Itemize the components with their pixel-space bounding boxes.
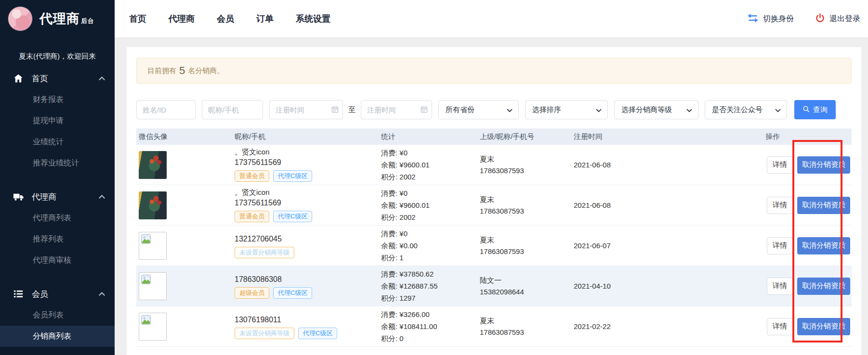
sidebar-item-agent-review[interactable]: 代理商审核 <box>0 250 115 271</box>
sidebar-item-referral-performance-stats[interactable]: 推荐业绩统计 <box>0 152 115 174</box>
avatar-cell <box>136 151 235 179</box>
detail-button[interactable]: 详情 <box>767 278 793 295</box>
level-badge: 普通会员 <box>235 170 269 182</box>
sidebar-item-finance-report[interactable]: 财务报表 <box>0 89 115 110</box>
member-phone: 17375611569 <box>235 199 381 207</box>
sidebar-section-home-header[interactable]: 首页 <box>0 68 115 89</box>
stats-cell: 消费: ¥0 余额: ¥9600.01 积分: 2002 <box>381 147 480 183</box>
actions-cell: 详情 取消分销资质 <box>765 156 852 174</box>
cancel-distribution-button[interactable]: 取消分销资质 <box>797 156 850 174</box>
balance-stat: 余额: ¥9600.01 <box>381 159 480 171</box>
chevron-up-icon <box>99 195 105 201</box>
content-area: 目前拥有 5 名分销商。 至 <box>115 38 868 355</box>
sidebar-item-performance-stats[interactable]: 业绩统计 <box>0 131 115 152</box>
balance-stat: 余额: ¥9600.01 <box>381 199 480 211</box>
consume-stat: 消费: ¥0 <box>381 228 480 240</box>
consume-stat: 消费: ¥0 <box>381 187 480 199</box>
sort-select[interactable]: 选择排序 <box>525 100 608 119</box>
sidebar-item-distributor-list[interactable]: 分销商列表 <box>0 326 115 347</box>
reg-date-cell: 2021-02-22 <box>574 322 765 330</box>
sidebar-section-agent-header[interactable]: 代理商 <box>0 186 115 207</box>
topnav-system-settings[interactable]: 系统设置 <box>296 13 330 25</box>
detail-button[interactable]: 详情 <box>767 197 793 214</box>
detail-button[interactable]: 详情 <box>767 237 793 254</box>
parent-phone: 15382098644 <box>480 286 574 298</box>
level-badge: 代理C级区 <box>273 211 312 222</box>
sidebar-section-member-header[interactable]: 会员 <box>0 283 115 304</box>
column-header-parent: 上级/昵称/手机号 <box>480 132 574 141</box>
balance-stat: 余额: ¥126887.55 <box>381 280 480 292</box>
top-navigation: 首页 代理商 会员 订单 系统设置 <box>129 13 330 25</box>
official-account-select-value: 是否关注公众号 <box>712 105 763 114</box>
cancel-distribution-button[interactable]: 取消分销资质 <box>797 197 850 214</box>
nickname-cell: 。贤文icon 17375611569 普通会员代理C级区 <box>235 188 381 222</box>
member-phone: 13076198011 <box>235 316 381 324</box>
points-stat: 积分: 1 <box>381 252 480 264</box>
reg-time-end-input[interactable] <box>361 100 432 119</box>
consume-stat: 消费: ¥0 <box>381 147 480 159</box>
swap-icon <box>747 13 759 25</box>
topnav-member[interactable]: 会员 <box>217 13 234 25</box>
parent-cell: 夏末 17863087593 <box>480 194 574 217</box>
search-icon <box>802 105 810 114</box>
notice-bar: 目前拥有 5 名分销商。 <box>136 58 852 84</box>
badge-list: 普通会员代理C级区 <box>235 211 381 222</box>
brand-name: 代理商 <box>39 12 80 26</box>
search-button-label: 查询 <box>813 105 828 114</box>
table-row: 。贤文icon 17375611569 普通会员代理C级区 消费: ¥0 余额:… <box>136 145 852 185</box>
nickname-phone-input[interactable] <box>202 100 263 119</box>
logout-button[interactable]: 退出登录 <box>815 13 860 25</box>
nickname-cell: 。贤文icon 17375611569 普通会员代理C级区 <box>235 148 381 182</box>
logout-label: 退出登录 <box>829 14 860 24</box>
sidebar-item-agent-list[interactable]: 代理商列表 <box>0 207 115 228</box>
table-row: 13212706045 未设置分销商等级 消费: ¥0 余额: ¥0.00 积分… <box>136 226 852 266</box>
column-header-avatar: 微信头像 <box>136 132 235 141</box>
column-header-reg-time: 注册时间 <box>574 132 765 141</box>
main-column: 首页 代理商 会员 订单 系统设置 切换身份 退出登录 <box>115 0 868 355</box>
parent-name: 陆文一 <box>480 275 574 286</box>
detail-button[interactable]: 详情 <box>767 318 793 335</box>
member-nickname: 。贤文icon <box>235 188 381 197</box>
brand-suffix: 后台 <box>81 17 94 25</box>
topnav-agent[interactable]: 代理商 <box>169 13 195 25</box>
cancel-distribution-button[interactable]: 取消分销资质 <box>797 318 850 335</box>
search-button[interactable]: 查询 <box>794 100 836 119</box>
stats-cell: 消费: ¥37850.62 余额: ¥126887.55 积分: 1297 <box>381 268 480 304</box>
level-badge: 普通会员 <box>235 211 269 222</box>
official-account-select[interactable]: 是否关注公众号 <box>705 100 787 119</box>
sidebar-item-withdraw-apply[interactable]: 提现申请 <box>0 110 115 131</box>
actions-cell: 详情 取消分销资质 <box>765 278 852 295</box>
parent-phone: 17863087593 <box>480 246 574 257</box>
distributor-table: 微信头像 昵称/手机 统计 上级/昵称/手机号 注册时间 操作 。贤文icon … <box>136 128 852 347</box>
province-select[interactable]: 所有省份 <box>438 100 519 119</box>
points-stat: 积分: 2002 <box>381 211 480 223</box>
detail-button[interactable]: 详情 <box>767 156 793 174</box>
topbar: 首页 代理商 会员 订单 系统设置 切换身份 退出登录 <box>115 0 868 38</box>
nickname-cell: 17863086308 超级会员代理C级区 <box>235 274 381 299</box>
balance-stat: 余额: ¥0.00 <box>381 240 480 252</box>
points-stat: 积分: 0 <box>381 332 480 344</box>
switch-identity-button[interactable]: 切换身份 <box>747 13 794 25</box>
parent-name: 夏末 <box>480 315 574 327</box>
name-id-input[interactable] <box>136 100 196 119</box>
consume-stat: 消费: ¥37850.62 <box>381 268 480 280</box>
table-header-row: 微信头像 昵称/手机 统计 上级/昵称/手机号 注册时间 操作 <box>136 128 852 145</box>
table-body: 。贤文icon 17375611569 普通会员代理C级区 消费: ¥0 余额:… <box>136 145 852 347</box>
sidebar-item-member-list[interactable]: 会员列表 <box>0 304 115 326</box>
switch-identity-label: 切换身份 <box>763 14 794 24</box>
chevron-up-icon <box>99 76 105 83</box>
sidebar-section-label: 首页 <box>32 73 48 84</box>
level-badge: 超级会员 <box>235 287 269 299</box>
avatar-cell <box>136 313 235 341</box>
cancel-distribution-button[interactable]: 取消分销资质 <box>797 237 850 254</box>
distributor-level-select[interactable]: 选择分销商等级 <box>614 100 698 119</box>
reg-date-cell: 2021-04-10 <box>574 282 765 290</box>
sidebar-item-referral-list[interactable]: 推荐列表 <box>0 228 115 250</box>
nickname-cell: 13212706045 未设置分销商等级 <box>235 233 381 258</box>
column-header-actions: 操作 <box>765 132 852 141</box>
reg-time-start-input[interactable] <box>269 100 343 119</box>
cancel-distribution-button[interactable]: 取消分销资质 <box>797 278 850 295</box>
topnav-home[interactable]: 首页 <box>129 13 146 25</box>
level-badge: 未设置分销商等级 <box>235 328 294 339</box>
topnav-order[interactable]: 订单 <box>256 13 274 25</box>
